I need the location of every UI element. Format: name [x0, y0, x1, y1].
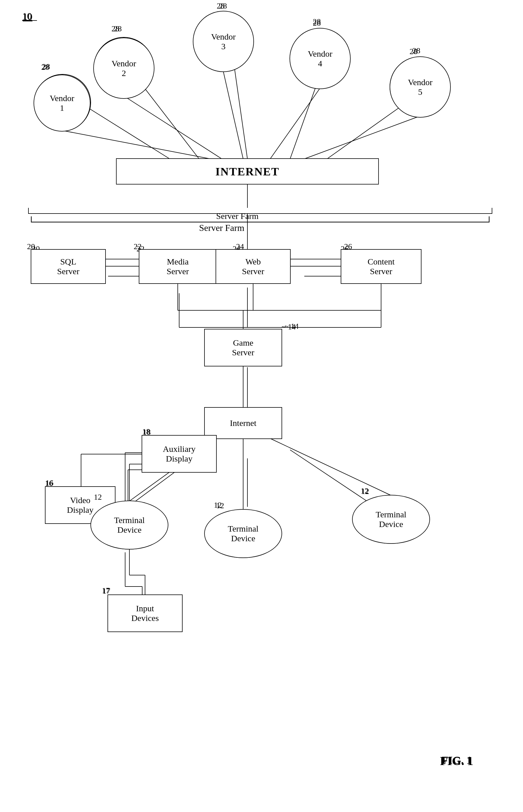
media-server-rect: MediaServer [139, 249, 217, 284]
terminal3-ellipse: TerminalDevice [352, 495, 430, 544]
vendor5-num: 28 [412, 46, 420, 55]
content-server-rect: ContentServer [341, 249, 421, 284]
terminal1-num: 12 [94, 493, 102, 502]
terminal2-num: 12 [214, 501, 222, 509]
vendor5-circle: Vendor5 [390, 56, 451, 118]
vendor4-circle: Vendor4 [289, 28, 351, 89]
vendor1-circle: Vendor1 [34, 74, 90, 132]
web-server-rect: WebServer [216, 249, 291, 284]
fig-label: FIG. 1 [440, 754, 473, 768]
vendor2-num: 28 [111, 24, 120, 33]
internet-rect: INTERNET [116, 158, 379, 185]
internet2-rect: Internet [204, 407, 282, 439]
vendor2-circle: Vendor2 [93, 38, 155, 99]
input-num: 17 [102, 586, 110, 595]
server-farm-text: Server Farm [199, 223, 244, 233]
terminal2-ellipse: TerminalDevice [204, 509, 282, 558]
vendor3-num: 28 [217, 1, 225, 11]
input-devices-rect: InputDevices [108, 594, 183, 632]
vendor3-circle: Vendor3 [193, 11, 254, 72]
terminal1-ellipse: TerminalDevice [90, 501, 168, 550]
game-server-rect: GameServer [204, 329, 282, 366]
vendor1-num: 28 [42, 62, 50, 71]
sql-server-rect: SQLServer [31, 249, 106, 284]
game-num-label: ~ 14 [282, 322, 296, 331]
aux-display-rect: AuxiliaryDisplay [142, 435, 217, 473]
terminal3-num: 12 [361, 486, 368, 496]
vendor4-num: 28 [313, 17, 321, 26]
diagram-number: 10 [22, 11, 32, 22]
